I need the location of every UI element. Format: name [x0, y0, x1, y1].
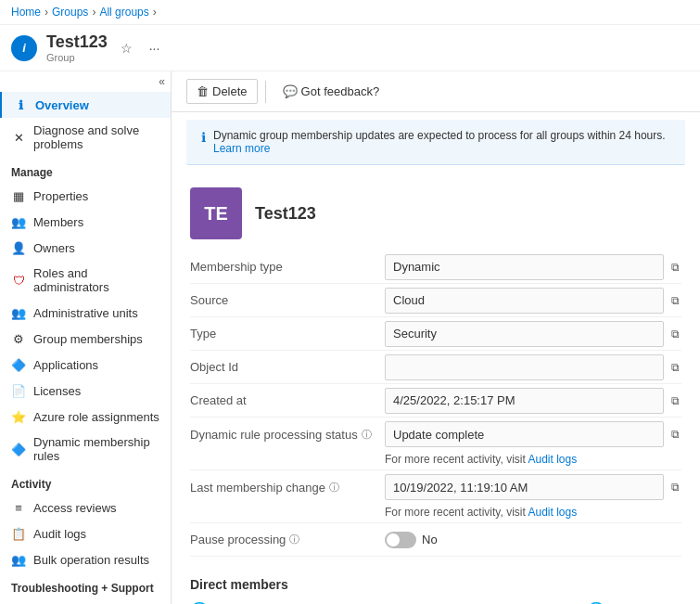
- sidebar-item-label: Access reviews: [33, 501, 117, 515]
- delete-button[interactable]: 🗑 Delete: [186, 79, 258, 104]
- prop-value-wrap-membership-type: Dynamic ⧉: [385, 254, 681, 280]
- prop-value-object-id: [385, 354, 664, 380]
- sidebar-item-roles[interactable]: 🛡 Roles and administrators: [0, 261, 171, 300]
- sidebar-item-members[interactable]: 👥 Members: [0, 209, 171, 235]
- prop-label-dynamic-status: Dynamic rule processing status ⓘ: [190, 422, 385, 447]
- members-icon: 👥: [11, 214, 26, 229]
- audit-logs-link-1[interactable]: Audit logs: [528, 453, 577, 466]
- toggle-label: No: [422, 533, 438, 546]
- prop-row-source: Source Cloud ⧉: [190, 284, 681, 317]
- properties-icon: ▦: [11, 188, 26, 203]
- sidebar-item-audit-logs[interactable]: 📋 Audit logs: [0, 520, 171, 546]
- feedback-button[interactable]: 💬 Got feedback?: [274, 80, 389, 103]
- prop-row-dynamic-status: Dynamic rule processing status ⓘ Update …: [190, 418, 681, 470]
- page-header: i Test123 Group ☆ ···: [0, 25, 700, 71]
- toggle-knob: [387, 533, 400, 546]
- page-subtitle: Group: [46, 52, 108, 63]
- sidebar: « ℹ Overview ✕ Diagnose and solve proble…: [0, 71, 172, 604]
- prop-label-pause-processing: Pause processing ⓘ: [190, 527, 385, 552]
- breadcrumb: Home › Groups › All groups ›: [0, 0, 700, 25]
- prop-label-type: Type: [190, 321, 385, 346]
- sidebar-item-owners[interactable]: 👤 Owners: [0, 235, 171, 261]
- sidebar-item-overview[interactable]: ℹ Overview: [0, 92, 171, 118]
- copy-created-at[interactable]: ⧉: [669, 392, 681, 409]
- sidebar-item-access-reviews[interactable]: ≡ Access reviews: [0, 495, 171, 520]
- prop-row-object-id: Object Id ⧉: [190, 351, 681, 384]
- main-content: 🗑 Delete 💬 Got feedback? ℹ Dynamic group…: [172, 71, 700, 604]
- sidebar-item-label: Properties: [33, 189, 88, 203]
- sidebar-item-bulk-ops[interactable]: 👥 Bulk operation results: [0, 546, 171, 572]
- learn-more-link[interactable]: Learn more: [213, 142, 270, 155]
- licenses-icon: 📄: [11, 383, 26, 398]
- prop-row-last-membership: Last membership change ⓘ 10/19/2022, 11:…: [190, 470, 681, 523]
- group-memberships-icon: ⚙: [11, 331, 26, 346]
- sidebar-item-dynamic-rules[interactable]: 🔷 Dynamic membership rules: [0, 430, 171, 469]
- dynamic-status-info-icon: ⓘ: [362, 428, 372, 442]
- bulk-ops-icon: 👥: [11, 552, 26, 567]
- prop-row-membership-type: Membership type Dynamic ⧉: [190, 251, 681, 284]
- copy-last-membership[interactable]: ⧉: [669, 479, 681, 495]
- group-avatar: TE: [190, 187, 242, 239]
- copy-type[interactable]: ⧉: [669, 326, 681, 342]
- admin-units-icon: 👥: [11, 305, 26, 320]
- breadcrumb-all-groups[interactable]: All groups: [99, 6, 148, 19]
- dynamic-status-subtext: For more recent activity, visit Audit lo…: [190, 451, 577, 469]
- sidebar-item-label: Applications: [33, 358, 98, 372]
- sidebar-item-properties[interactable]: ▦ Properties: [0, 183, 171, 209]
- dynamic-rules-icon: 🔷: [11, 442, 26, 456]
- info-banner-icon: ℹ: [201, 130, 206, 145]
- prop-value-dynamic-status: Update complete: [385, 421, 664, 447]
- pause-toggle[interactable]: [385, 532, 416, 548]
- prop-row-created-at: Created at 4/25/2022, 2:15:17 PM ⧉: [190, 384, 681, 418]
- sidebar-item-azure-role[interactable]: ⭐ Azure role assignments: [0, 404, 171, 430]
- sidebar-collapse[interactable]: «: [0, 71, 171, 92]
- toolbar-divider: [265, 81, 266, 103]
- prop-value-wrap-created-at: 4/25/2022, 2:15:17 PM ⧉: [385, 388, 681, 414]
- pause-processing-info-icon: ⓘ: [289, 533, 299, 546]
- sidebar-item-label: Roles and administrators: [33, 266, 159, 294]
- audit-logs-link-2[interactable]: Audit logs: [528, 506, 577, 519]
- breadcrumb-home[interactable]: Home: [11, 6, 41, 19]
- header-info-icon: i: [11, 35, 37, 61]
- header-title-block: Test123 Group: [46, 32, 108, 63]
- prop-label-object-id: Object Id: [190, 354, 385, 379]
- prop-value-source: Cloud: [385, 288, 664, 314]
- group-header: TE Test123: [172, 173, 700, 251]
- collapse-icon[interactable]: «: [159, 75, 165, 88]
- audit-logs-icon: 📋: [11, 526, 26, 541]
- body-layout: « ℹ Overview ✕ Diagnose and solve proble…: [0, 71, 700, 604]
- copy-dynamic-status[interactable]: ⧉: [669, 426, 681, 443]
- sidebar-item-label: Diagnose and solve problems: [33, 123, 159, 151]
- more-button[interactable]: ···: [146, 39, 164, 58]
- sidebar-item-label: Group memberships: [33, 332, 143, 346]
- sidebar-item-label: Licenses: [33, 384, 81, 398]
- sidebar-item-label: Audit logs: [33, 527, 86, 541]
- pin-button[interactable]: ☆: [117, 39, 136, 58]
- app-container: Home › Groups › All groups › i Test123 G…: [0, 0, 700, 604]
- copy-object-id[interactable]: ⧉: [669, 359, 681, 376]
- activity-section-label: Activity: [0, 469, 171, 495]
- sidebar-item-group-memberships[interactable]: ⚙ Group memberships: [0, 326, 171, 352]
- info-banner: ℹ Dynamic group membership updates are e…: [186, 120, 685, 165]
- prop-row-pause-processing: Pause processing ⓘ No: [190, 523, 681, 557]
- sidebar-item-label: Bulk operation results: [33, 553, 149, 567]
- direct-members-section: Direct members 🌐 687 Total 👥 687 User(s)…: [172, 568, 700, 604]
- prop-label-membership-type: Membership type: [190, 254, 385, 279]
- copy-source[interactable]: ⧉: [669, 292, 681, 309]
- prop-label-source: Source: [190, 288, 385, 313]
- properties-table: Membership type Dynamic ⧉ Source Cloud ⧉: [172, 251, 700, 568]
- direct-members-title: Direct members: [190, 577, 681, 592]
- breadcrumb-groups[interactable]: Groups: [52, 6, 88, 19]
- diagnose-icon: ✕: [11, 130, 26, 145]
- sidebar-item-new-support[interactable]: 👤 New support request: [0, 598, 171, 604]
- sidebar-item-diagnose[interactable]: ✕ Diagnose and solve problems: [0, 118, 171, 157]
- feedback-icon: 💬: [283, 84, 298, 98]
- prop-label-created-at: Created at: [190, 388, 385, 413]
- delete-label: Delete: [212, 84, 248, 98]
- sidebar-item-licenses[interactable]: 📄 Licenses: [0, 378, 171, 404]
- copy-membership-type[interactable]: ⧉: [669, 259, 681, 276]
- last-membership-info-icon: ⓘ: [329, 481, 339, 495]
- sidebar-item-admin-units[interactable]: 👥 Administrative units: [0, 300, 171, 326]
- prop-value-membership-type: Dynamic: [385, 254, 664, 280]
- sidebar-item-applications[interactable]: 🔷 Applications: [0, 352, 171, 378]
